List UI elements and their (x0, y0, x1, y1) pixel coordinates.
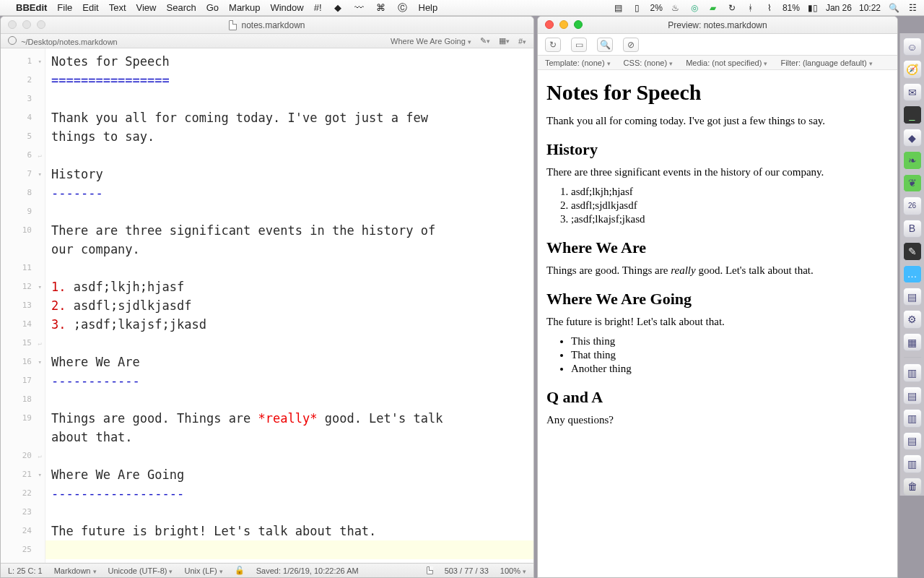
pencil-icon[interactable]: ✎▾ (480, 36, 490, 46)
dock-doc3[interactable]: ▥ (903, 409, 922, 427)
bluetooth-icon[interactable]: ᚼ (745, 2, 757, 14)
preview-qa-p: Any questions? (546, 414, 889, 426)
preview-title: Preview: notes.markdown (668, 20, 767, 30)
dock-pref[interactable]: ⚙ (903, 310, 922, 328)
inspect-button[interactable]: 🔍 (597, 38, 613, 52)
menu-go[interactable]: Go (206, 2, 219, 13)
document-icon[interactable] (427, 566, 433, 574)
circle-c-icon[interactable]: Ⓒ (397, 2, 409, 14)
dock-finder[interactable]: ☺ (903, 38, 922, 56)
menu-help[interactable]: Help (419, 2, 438, 13)
dock-app2[interactable]: ▦ (903, 333, 922, 351)
status-lang[interactable]: Markdown ▾ (54, 566, 97, 575)
menu-search[interactable]: Search (167, 2, 196, 13)
dock-doc[interactable]: ▥ (903, 363, 922, 381)
dock-leaf1[interactable]: ❧ (903, 151, 922, 169)
dock-safari[interactable]: 🧭 (903, 60, 922, 78)
diamond-icon[interactable]: ◆ (332, 2, 344, 14)
status-encoding[interactable]: Unicode (UTF-8) ▾ (108, 566, 173, 575)
menu-edit[interactable]: Edit (82, 2, 98, 13)
disk-icon[interactable]: ▰ (707, 2, 719, 14)
script-icon[interactable]: 〰 (354, 2, 365, 14)
status-zoom[interactable]: 100% ▾ (500, 566, 526, 575)
te-icon[interactable]: ◎ (689, 2, 700, 14)
list-item: asdfl;sjdlkjasdf (571, 199, 889, 212)
editor-path[interactable]: ~/Desktop/notes.markdown (21, 38, 118, 46)
preview-body[interactable]: Notes for Speech Thank you all for comin… (538, 70, 897, 577)
menu-shebang[interactable]: #! (314, 2, 322, 13)
dock-bbedit[interactable]: B (903, 220, 922, 238)
reload-button[interactable]: ↻ (545, 38, 561, 52)
status-lineend[interactable]: Unix (LF) ▾ (184, 566, 222, 575)
clover-icon[interactable]: ⌘ (375, 2, 387, 14)
list-item: This thing (571, 335, 889, 348)
template-filter[interactable]: Template: (none) ▾ (545, 59, 611, 67)
preview-ul: This thing That thing Another thing (571, 335, 889, 375)
dock-tool[interactable]: ✎ (903, 242, 922, 260)
zoom-icon[interactable] (37, 20, 45, 29)
dock-chat[interactable]: … (903, 265, 922, 283)
dock-leaf2[interactable]: ❦ (903, 174, 922, 192)
dock-app[interactable]: ◆ (903, 129, 922, 147)
editor-titlebar[interactable]: notes.markdown (1, 17, 533, 34)
battery-low-icon[interactable]: ▯ (632, 2, 643, 14)
dock-calendar[interactable]: 26 (903, 197, 922, 215)
zoom-icon[interactable] (574, 20, 583, 29)
gear-icon[interactable] (8, 36, 17, 45)
dock-terminal[interactable]: _ (903, 105, 922, 124)
preview-h1: Notes for Speech (546, 80, 889, 105)
battery-low-pct: 2% (650, 3, 663, 13)
menu-view[interactable]: View (136, 2, 157, 13)
battery-pct: 81% (783, 3, 800, 13)
blocks-icon[interactable]: ▦▾ (499, 36, 510, 46)
editor-filename: notes.markdown (241, 20, 305, 30)
media-filter[interactable]: Media: (not specified) ▾ (686, 59, 767, 67)
bars-icon[interactable]: ▤ (613, 2, 624, 14)
menubar-time[interactable]: 10:22 (859, 3, 881, 13)
menubar-date[interactable]: Jan 26 (826, 3, 852, 13)
menubar: BBEdit File Edit Text View Search Go Mar… (0, 0, 924, 16)
status-bar: L: 25 C: 1 Markdown ▾ Unicode (UTF-8) ▾ … (1, 563, 533, 577)
close-icon[interactable] (8, 20, 17, 29)
minimize-icon[interactable] (22, 20, 31, 29)
control-center-icon[interactable]: ☷ (907, 2, 918, 14)
dock-trash[interactable]: 🗑 (903, 478, 922, 496)
menu-window[interactable]: Window (270, 2, 303, 13)
line-gutter[interactable]: 1234567891011121314151617181920212223242… (1, 48, 45, 563)
preview-h2-where: Where We Are (546, 238, 889, 257)
dock-textedit[interactable]: ▤ (903, 288, 922, 306)
open-doc-button[interactable]: ▭ (571, 38, 587, 52)
close-icon[interactable] (545, 20, 554, 29)
editor-textarea[interactable]: Notes for Speech================ Thank y… (45, 48, 533, 563)
preview-going-p: The future is bright! Let's talk about t… (546, 316, 889, 328)
wifi-icon[interactable]: ⌇ (764, 2, 775, 14)
preview-history-p: There are three significant events in th… (546, 166, 889, 178)
minimize-icon[interactable] (559, 20, 568, 29)
nav-section[interactable]: Where We Are Going ▾ (391, 37, 471, 46)
preview-h2-qa: Q and A (546, 388, 889, 407)
preview-intro: Thank you all for coming today. I've got… (546, 115, 889, 127)
preview-titlebar[interactable]: Preview: notes.markdown (538, 17, 897, 34)
menu-markup[interactable]: Markup (229, 2, 260, 13)
lang-filter[interactable]: Filter: (language default) ▾ (780, 59, 872, 67)
flame-icon[interactable]: ♨ (670, 2, 681, 14)
hash-icon[interactable]: #▾ (518, 37, 526, 46)
dock: ☺ 🧭 ✉ _ ◆ ❧ ❦ 26 B ✎ … ▤ ⚙ ▦ ▥ ▤ ▥ ▤ ▥ 🗑 (899, 33, 924, 496)
list-item: asdf;lkjh;hjasf (571, 186, 889, 198)
dock-doc2[interactable]: ▤ (903, 387, 922, 405)
menu-text[interactable]: Text (109, 2, 126, 13)
battery-icon[interactable]: ▮▯ (807, 2, 819, 14)
menu-file[interactable]: File (57, 2, 72, 13)
disable-button[interactable]: ⊘ (623, 38, 639, 52)
dock-mail[interactable]: ✉ (903, 83, 922, 101)
list-item: That thing (571, 349, 889, 361)
spotlight-icon[interactable]: 🔍 (888, 2, 899, 14)
css-filter[interactable]: CSS: (none) ▾ (624, 59, 674, 67)
preview-ol: asdf;lkjh;hjasf asdfl;sjdlkjasdf ;asdf;l… (571, 186, 889, 225)
dock-doc4[interactable]: ▤ (903, 432, 922, 450)
document-icon (229, 20, 237, 30)
dock-doc5[interactable]: ▥ (903, 454, 922, 473)
timemachine-icon[interactable]: ↻ (726, 2, 738, 14)
lock-icon[interactable]: 🔓 (235, 566, 245, 575)
app-name[interactable]: BBEdit (16, 2, 47, 13)
